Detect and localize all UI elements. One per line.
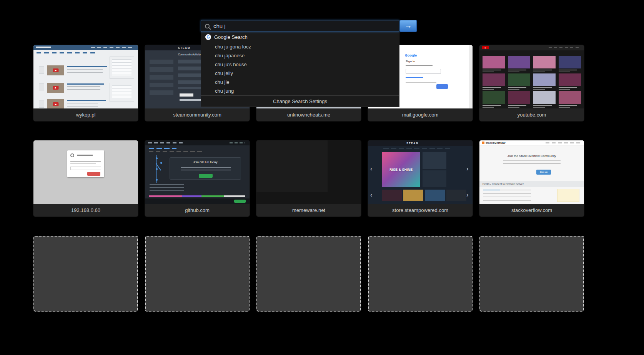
- video-thumbnail: [483, 91, 505, 104]
- video-thumbnail: [533, 56, 556, 68]
- so-band-text: Redis - Connect to Remote Server: [483, 183, 524, 185]
- store-header-bar: [368, 140, 473, 146]
- card-text-line: [70, 161, 101, 162]
- subtext-line: [406, 65, 433, 66]
- so-gray-band: Redis - Connect to Remote Server: [479, 181, 584, 187]
- yt-nav-dashes: [549, 47, 579, 48]
- join-banner-heading: Join GitHub today: [170, 160, 241, 164]
- youtube-logo-icon: ▶: [482, 46, 489, 49]
- search-suggestion-3[interactable]: chu ju's house: [201, 60, 399, 69]
- git-graph-node: [156, 157, 158, 159]
- wykop-thumbnail: ▶ ▶ ▶: [33, 45, 138, 108]
- signin-red-button: [87, 172, 100, 176]
- widget-lines: [112, 59, 131, 76]
- tile-label: wykop.pl: [33, 108, 138, 121]
- wykop-nav-dashes: [91, 47, 133, 48]
- play-icon: ▶: [53, 102, 59, 106]
- carousel-capsule: [382, 190, 402, 201]
- card-title-line: [77, 155, 93, 156]
- search-suggestion-4[interactable]: chu jelly: [201, 69, 399, 78]
- chevron-left-icon: ‹: [370, 192, 372, 198]
- change-search-settings[interactable]: Change Search Settings: [201, 95, 399, 107]
- tile-label: stackoverflow.com: [479, 204, 584, 217]
- video-embed: ▶: [47, 99, 64, 108]
- tile-label: mail.google.com: [368, 108, 473, 121]
- tile-label: steamcommunity.com: [145, 108, 250, 121]
- so-nav-dashes: [546, 142, 580, 143]
- empty-dial-slot-5: [479, 236, 584, 312]
- search-suggestion-5[interactable]: chu jie: [201, 78, 399, 87]
- scrollbar-strip: [469, 45, 473, 108]
- so-signup-button: Sign up: [536, 170, 551, 175]
- git-graph-node: [156, 179, 158, 181]
- tile-wykop-pl[interactable]: ▶ ▶ ▶ wykop.pl: [33, 45, 138, 121]
- tile-label: store.steampowered.com: [368, 204, 473, 217]
- github-thumbnail: Join GitHub today: [145, 140, 250, 204]
- video-thumbnail: [508, 56, 530, 68]
- sidebar-widget: [110, 57, 134, 79]
- vote-box: [39, 66, 44, 74]
- search-engine-label: Google Search: [214, 34, 248, 40]
- commit-list-lines: [150, 184, 184, 193]
- steam-store-thumbnail: STEAM RISE & SHINE ‹ › ‹ ›: [368, 140, 473, 204]
- chevron-left-icon: ‹: [370, 166, 372, 172]
- tile-label: youtube.com: [479, 108, 584, 121]
- tile-192-168-0-60[interactable]: 192.168.0.60: [33, 140, 138, 217]
- stackoverflow-logo-icon: [482, 142, 484, 144]
- empty-dial-slot-3: [256, 236, 361, 312]
- video-thumbnail: [559, 91, 581, 104]
- search-suggestion-6[interactable]: chu jung: [201, 87, 399, 95]
- join-banner: Join GitHub today: [170, 157, 241, 180]
- card-input-box: [70, 167, 101, 170]
- tile-github[interactable]: Join GitHub today github.com: [145, 140, 250, 217]
- tile-memeware[interactable]: memeware.net: [256, 140, 361, 217]
- steam-logo: STEAM: [406, 142, 419, 145]
- sidebar-widget: [110, 83, 134, 102]
- video-embed: ▶: [47, 83, 64, 93]
- video-thumbnail: [559, 56, 581, 68]
- search-suggestion-1[interactable]: chu ju gona łocz: [201, 42, 399, 51]
- footer-green-button: [234, 200, 246, 203]
- so-hero-lines: [503, 160, 561, 165]
- community-activity-heading: Community Activity: [178, 53, 201, 56]
- featured-game-art: RISE & SHINE: [382, 152, 420, 187]
- git-graph-node: [160, 162, 162, 164]
- chevron-right-icon: ›: [466, 192, 468, 198]
- new-tab-page: chu j → G Google Search chu ju gona łocz…: [0, 0, 644, 355]
- next-button: [436, 84, 448, 89]
- chevron-right-icon: ›: [466, 166, 468, 172]
- tile-steam-store[interactable]: STEAM RISE & SHINE ‹ › ‹ › store.steampo…: [368, 140, 473, 217]
- video-thumbnail: [508, 91, 530, 104]
- video-thumbnail: [483, 73, 505, 86]
- purchase-panel: [423, 152, 446, 169]
- banner-text-lines: [181, 167, 231, 172]
- tile-youtube[interactable]: ▶ youtube.com: [479, 45, 584, 121]
- tile-stackoverflow[interactable]: stackoverflow Join the Stack Overflow Co…: [479, 140, 584, 217]
- so-content-lines: [483, 190, 531, 202]
- activity-list-left: [150, 60, 173, 97]
- game-title-text: RISE & SHINE: [389, 168, 413, 172]
- card-text-line: [70, 163, 96, 164]
- video-thumbnail: [533, 73, 556, 86]
- search-engine-header[interactable]: G Google Search: [201, 32, 399, 42]
- empty-dial-slot-4: [368, 236, 473, 312]
- vote-box: [39, 83, 44, 91]
- play-icon: ▶: [53, 68, 59, 72]
- google-logo: Google: [405, 53, 417, 57]
- google-favicon-icon: G: [205, 34, 211, 40]
- sign-in-heading: Sign in: [406, 60, 415, 63]
- tile-label: 192.168.0.60: [33, 204, 138, 217]
- search-go-button[interactable]: →: [400, 20, 417, 32]
- search-suggestion-2[interactable]: chu japanese: [201, 51, 399, 60]
- empty-dial-slot-2: [145, 236, 250, 312]
- so-logo-stack: stack: [486, 141, 493, 145]
- login-card: [67, 150, 104, 177]
- so-yellow-sidebar-box: [557, 189, 579, 202]
- search-input[interactable]: chu j: [201, 20, 399, 32]
- tile-label: unknowncheats.me: [256, 108, 361, 121]
- so-logo-overflow: overflow: [493, 141, 506, 145]
- video-grid: [483, 56, 581, 108]
- light-chip: [180, 93, 193, 97]
- tile-label: github.com: [145, 204, 250, 217]
- post-text-lines: [67, 103, 98, 107]
